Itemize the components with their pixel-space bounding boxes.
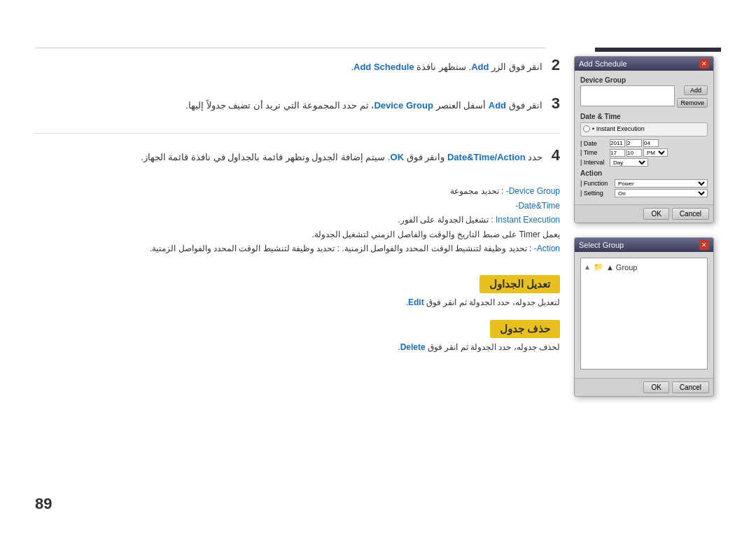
add-schedule-close-button[interactable]: ✕ [699,59,709,69]
group-label: ▲ Group [606,263,638,272]
instant-exec-box: • Instant Execution [580,122,708,136]
select-group-ok-button[interactable]: OK [643,381,668,393]
tree-arrow-icon: ▲ [584,263,591,271]
instant-exec-label: Instant Execution [496,215,560,225]
step-3-text: انقر فوق Add أسفل العنصر Device Group، ث… [186,100,542,111]
device-group-input[interactable] [580,85,675,106]
step-4-number: 4 [552,146,560,164]
date-row: | Date [580,139,708,147]
select-group-footer: OK Cancel [575,378,713,396]
select-group-cancel-button[interactable]: Cancel [672,381,709,393]
date-time-label: Date&Time- [515,201,560,211]
instant-radio-label: • Instant Execution [592,125,645,132]
step-4-block: 4 حدد Date&Time/Action وانقر فوق OK. سيت… [35,146,560,256]
action-section: Action | Function Power | Setting On Off [580,169,708,197]
time-row: | Time PM AM [580,148,708,157]
setting-select[interactable]: On Off [615,189,708,197]
delete-heading: حذف جدول [490,320,560,338]
select-group-titlebar: Select Group ✕ [575,238,713,252]
function-row: | Function Power [580,179,708,188]
device-group-buttons: Add Remove [677,85,708,108]
group-tree-area[interactable]: ▲ 📁 ▲ Group [580,258,708,370]
add-schedule-titlebar: Add Schedule ✕ [575,57,713,71]
time-hour-input[interactable] [610,149,625,157]
interval-select[interactable]: Day Week Month [610,158,648,167]
function-label: | Function [580,180,612,187]
date-month-input[interactable] [626,139,642,147]
time-min-input[interactable] [626,149,642,157]
step-2-entry: 2 انقر فوق الزر Add. ستظهر نافذة Add Sch… [35,56,560,75]
step-3-entry: 3 انقر فوق Add أسفل العنصر Device Group،… [35,94,560,113]
select-group-title: Select Group [579,241,624,249]
edit-heading: تعديل الجداول [479,275,560,293]
step-2-text: انقر فوق الزر Add. ستظهر نافذة Add Sched… [351,62,542,72]
edit-text: لتعديل جدوله، حدد الجدولة ثم انقر فوق Ed… [35,297,560,307]
device-group-add-button[interactable]: Add [684,85,708,95]
section-divider [35,133,560,134]
device-group-label: Device Group- [506,186,560,196]
delete-section: حذف جدول لحذف جدوله، حدد الجدولة ثم انقر… [35,314,560,352]
add-schedule-ok-button[interactable]: OK [643,208,668,220]
action-bullet: Action- : تحديد وظيفة لتنشيط الوقت المحد… [35,241,560,255]
folder-icon: 📁 [594,262,603,272]
device-group-remove-button[interactable]: Remove [677,98,708,108]
device-group-bullet: Device Group- : تحديد مجموعة [35,184,560,198]
content-area: 2 انقر فوق الزر Add. ستظهر نافذة Add Sch… [35,56,721,492]
instant-radio-row: • Instant Execution [583,125,705,132]
datetime-field-label: Date & Time [580,113,708,120]
right-panels: Add Schedule ✕ Device Group Add Remove D… [574,56,721,492]
step-3-highlight-group: Device Group [374,100,433,111]
date-day-input[interactable] [643,139,659,147]
add-schedule-cancel-button[interactable]: Cancel [672,208,709,220]
step-3-number: 3 [552,94,560,112]
instant-exec-bullet: Instant Execution : تشغيل الجدولة على ال… [35,213,560,227]
action-label: Action- [534,244,560,253]
instant-exec-desc: : تشغيل الجدولة على الفور. [398,215,493,225]
delete-text: لحذف جدوله، حدد الجدولة ثم انقر فوق Dele… [35,342,560,352]
interval-row: | Interval Day Week Month [580,158,708,167]
add-schedule-dialog: Add Schedule ✕ Device Group Add Remove D… [574,56,714,223]
date-time-bullet: Date&Time- [35,199,560,213]
step-4-text: حدد Date&Time/Action وانقر فوق OK. سيتم … [141,152,542,162]
device-group-desc: : تحديد مجموعة [450,186,503,196]
timer-desc: يعمل Timer على ضبط التاريخ والوقت والفاص… [312,230,560,239]
step-2-number: 2 [552,56,560,73]
time-ampm-select[interactable]: PM AM [643,148,668,157]
edit-highlight: Edit [408,297,424,307]
add-schedule-title: Add Schedule [579,59,627,68]
instant-radio[interactable] [583,125,590,132]
setting-label: | Setting [580,190,612,197]
function-select[interactable]: Power [615,179,708,188]
select-group-close-button[interactable]: ✕ [699,240,709,250]
edit-section: تعديل الجداول لتعديل جدوله، حدد الجدولة … [35,269,560,307]
page-number: 89 [35,495,52,513]
device-group-row: Add Remove [580,85,708,108]
date-year-input[interactable] [610,139,625,147]
action-desc2: : تحديد وظيفة لتنشيط الوقت المحدد والفوا… [150,244,340,253]
delete-heading-wrapper: حذف جدول [35,314,560,342]
date-label: | Date [580,140,608,147]
delete-highlight: Delete [400,342,426,352]
step-4-highlight-ok: OK [391,152,405,162]
select-group-body: ▲ 📁 ▲ Group [575,252,713,378]
select-group-dialog: Select Group ✕ ▲ 📁 ▲ Group OK Cancel [574,237,714,397]
left-text: 2 انقر فوق الزر Add. ستظهر نافذة Add Sch… [35,56,574,492]
step-2-highlight-schedule: Add Schedule [354,62,414,72]
action-desc: : تحديد وظيفة لتنشيط الوقت المحدد والفوا… [342,244,531,253]
top-right-bar [595,48,721,52]
group-tree-item: ▲ 📁 ▲ Group [584,261,704,273]
action-field-label: Action [580,169,708,177]
interval-label: | Interval [580,159,608,166]
device-group-field-label: Device Group [580,76,708,84]
step-4-highlight-datetime: Date&Time/Action [447,152,526,162]
edit-heading-wrapper: تعديل الجداول [35,269,560,297]
timer-bullet: يعمل Timer على ضبط التاريخ والوقت والفاص… [35,227,560,241]
setting-row: | Setting On Off [580,189,708,197]
step-3-highlight-add: Add [489,100,506,111]
time-label: | Time [580,149,608,156]
top-divider [35,48,546,48]
step-2-highlight-add: Add [471,62,489,72]
add-schedule-footer: OK Cancel [575,204,713,223]
add-schedule-body: Device Group Add Remove Date & Time • In… [575,71,713,204]
step-4-entry: 4 حدد Date&Time/Action وانقر فوق OK. سيت… [35,146,560,165]
